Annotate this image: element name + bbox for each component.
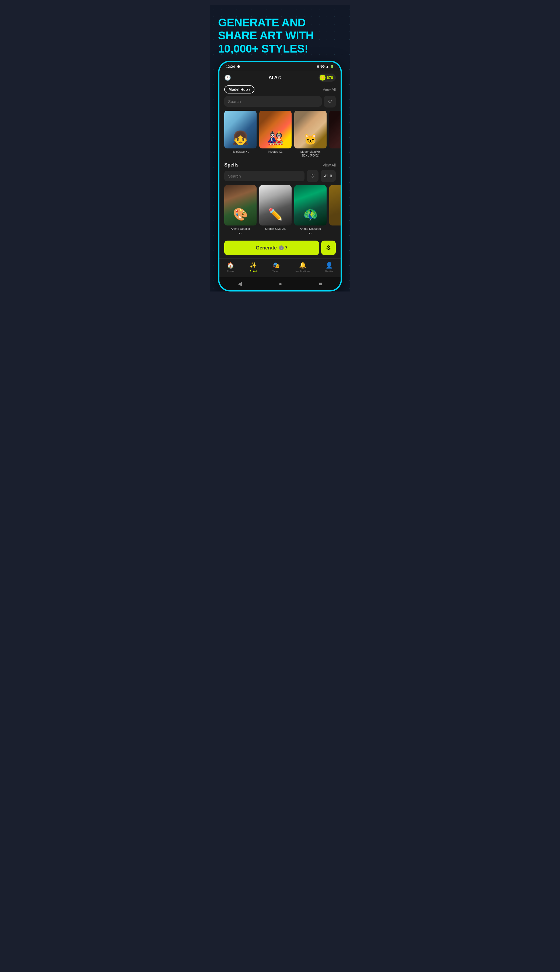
history-icon[interactable]: 🕐 (224, 74, 231, 81)
model-hub-search-input[interactable] (224, 96, 322, 107)
spell-card-anime-nouveau-image (294, 185, 327, 225)
nav-item-ai-art[interactable]: ✨ AI Art (246, 261, 260, 274)
model-cards-scroll[interactable]: HoloDayo XL Kivotos XL MugenMaluMix SDXL… (219, 111, 341, 161)
nav-profile-label: Profile (325, 270, 333, 273)
generate-button[interactable]: Generate ○ 7 (224, 240, 319, 255)
app-title: AI Art (268, 75, 281, 80)
page-wrapper: GENERATE AND SHARE ART WITH 10,000+ STYL… (210, 5, 350, 292)
model-hub-arrow: › (249, 87, 250, 92)
spells-filter-icon: ⇅ (329, 174, 332, 178)
bottom-navigation: 🏠 Home ✨ AI Art 🎭 Tavern 🔔 Notifications… (219, 258, 341, 277)
coin-count: 670 (327, 75, 333, 80)
nav-ai-art-label: AI Art (250, 270, 257, 273)
cost-amount: 7 (285, 245, 288, 251)
model-card-mugen-image (294, 111, 327, 149)
no-disturb-icon: ⊖ (317, 65, 319, 68)
spell-card-sketch-label: Sketch Style XL (259, 227, 292, 230)
model-card-holodayo-image (224, 111, 257, 149)
generate-label: Generate (256, 245, 277, 251)
spell-card-anime-nouveau[interactable]: Anime NouveauVL (294, 185, 327, 235)
spell-cards-scroll[interactable]: Anime DetailerVL Sketch Style XL Anime N… (219, 185, 341, 239)
model-card-mugen-label: MugenMaluMix SDXL (PDXL) (294, 150, 327, 158)
time-display: 12:24 (226, 65, 235, 69)
generate-row: Generate ○ 7 ⚙ (219, 239, 341, 258)
home-icon: 🏠 (227, 262, 234, 269)
nav-notifications-label: Notifications (295, 270, 310, 273)
cost-icon: ○ (279, 246, 284, 250)
phone-frame: 12:24 ⚙ ⊖ 5G ▲ 🔋 🕐 AI Art 😊 670 (218, 61, 342, 292)
nav-item-profile[interactable]: 👤 Profile (322, 261, 336, 274)
generate-cost: ○ 7 (279, 245, 288, 251)
generate-settings-icon: ⚙ (326, 244, 331, 251)
model-card-kivotos-image (259, 111, 292, 149)
spells-view-all[interactable]: View All (323, 163, 336, 167)
nav-item-notifications[interactable]: 🔔 Notifications (292, 261, 313, 274)
model-card-partial-image (329, 111, 341, 149)
model-card-kivotos[interactable]: Kivotos XL (259, 111, 292, 158)
nav-item-tavern[interactable]: 🎭 Tavern (269, 261, 283, 274)
model-hub-search-row: ♡ (219, 96, 341, 111)
profile-icon: 👤 (325, 262, 333, 269)
network-label: 5G (320, 65, 325, 68)
model-card-partial[interactable]: An... (329, 111, 341, 158)
nav-tavern-label: Tavern (272, 270, 280, 273)
coin-icon: 😊 (320, 75, 325, 80)
spell-card-deta-label: Deta... (329, 227, 341, 230)
model-hub-label: Model Hub (228, 87, 248, 92)
app-header: 🕐 AI Art 😊 670 (219, 71, 341, 84)
spell-card-anime-detailer[interactable]: Anime DetailerVL (224, 185, 257, 235)
ai-art-icon: ✨ (250, 262, 257, 269)
model-card-partial-label: An... (329, 150, 341, 154)
model-hub-header: Model Hub › View All (219, 84, 341, 96)
model-card-holodayo[interactable]: HoloDayo XL (224, 111, 257, 158)
spells-heart-button[interactable]: ♡ (307, 170, 318, 182)
status-bar-left: 12:24 ⚙ (226, 65, 240, 69)
system-navigation: ◀ ● ■ (219, 277, 341, 290)
hero-title: GENERATE AND SHARE ART WITH 10,000+ STYL… (218, 16, 342, 55)
spell-card-sketch-image (259, 185, 292, 225)
spell-card-deta-image (329, 185, 341, 225)
spells-heart-icon: ♡ (310, 173, 315, 179)
status-bar-right: ⊖ 5G ▲ 🔋 (317, 65, 334, 68)
system-recent-button[interactable]: ■ (319, 281, 322, 287)
model-hub-view-all[interactable]: View All (323, 87, 336, 92)
notifications-icon: 🔔 (299, 262, 307, 269)
spells-filter-button[interactable]: All ⇅ (321, 170, 336, 182)
model-hub-button[interactable]: Model Hub › (224, 85, 255, 94)
hero-section: GENERATE AND SHARE ART WITH 10,000+ STYL… (210, 5, 350, 61)
spell-card-anime-detailer-label: Anime DetailerVL (224, 227, 257, 235)
model-hub-heart-button[interactable]: ♡ (324, 96, 336, 107)
nav-item-home[interactable]: 🏠 Home (224, 261, 237, 274)
spells-filter-label: All (324, 174, 328, 178)
model-card-mugen[interactable]: MugenMaluMix SDXL (PDXL) (294, 111, 327, 158)
spells-search-input[interactable] (224, 171, 305, 181)
battery-icon: 🔋 (330, 65, 334, 68)
model-card-holodayo-label: HoloDayo XL (224, 150, 257, 154)
spell-card-sketch[interactable]: Sketch Style XL (259, 185, 292, 235)
generate-settings-button[interactable]: ⚙ (321, 240, 336, 255)
spells-section-title: Spells (224, 162, 238, 168)
tavern-icon: 🎭 (272, 262, 280, 269)
coin-badge: 😊 670 (318, 73, 336, 82)
nav-home-label: Home (227, 270, 234, 273)
model-card-kivotos-label: Kivotos XL (259, 150, 292, 154)
spells-search-row: ♡ All ⇅ (219, 170, 341, 185)
status-bar: 12:24 ⚙ ⊖ 5G ▲ 🔋 (219, 62, 341, 71)
system-back-button[interactable]: ◀ (238, 281, 242, 287)
phone-content: 🕐 AI Art 😊 670 Model Hub › View All (219, 71, 341, 290)
settings-status-icon: ⚙ (237, 65, 240, 69)
spell-card-anime-detailer-image (224, 185, 257, 225)
signal-icon: ▲ (326, 65, 329, 68)
heart-icon: ♡ (328, 99, 332, 105)
spell-card-deta[interactable]: Deta... (329, 185, 341, 235)
spells-header: Spells View All (219, 161, 341, 170)
spell-card-anime-nouveau-label: Anime NouveauVL (294, 227, 327, 235)
system-home-button[interactable]: ● (278, 281, 282, 287)
